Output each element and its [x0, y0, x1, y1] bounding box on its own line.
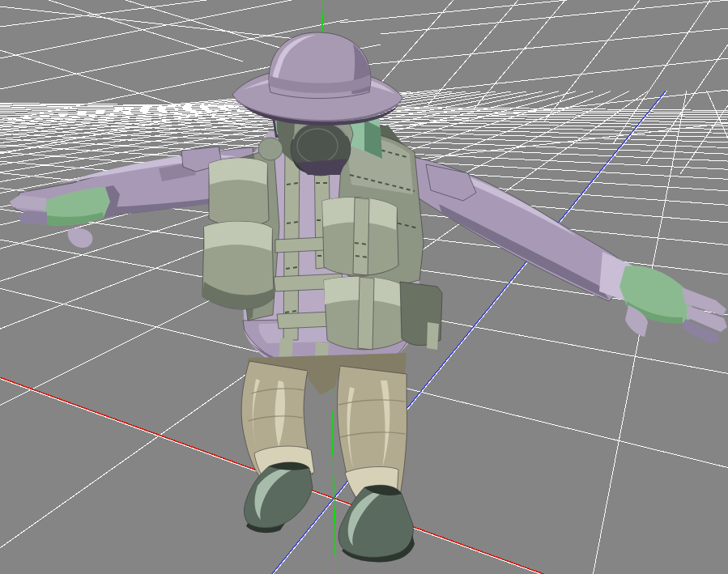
pouch-belly-strap: [358, 277, 374, 350]
viewport-canvas: [0, 0, 728, 574]
pouch-chest-strap: [353, 198, 369, 275]
hanging-strap-3: [427, 322, 439, 350]
3d-viewport[interactable]: [0, 0, 728, 574]
